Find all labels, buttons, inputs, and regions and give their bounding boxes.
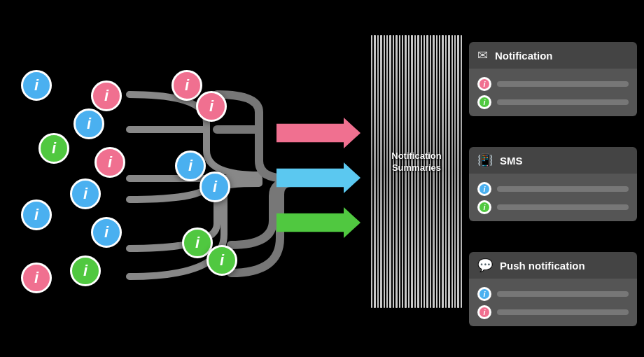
panel-dot-green: i <box>477 200 491 214</box>
mail-icon: ✉ <box>477 48 488 63</box>
fan-line <box>377 35 379 308</box>
panel-sms-title: SMS <box>500 155 523 167</box>
notification-summaries-label: Notification Summaries <box>382 150 451 174</box>
panel-push-header: 💬 Push notification <box>469 252 637 279</box>
panel-push-body: i i <box>469 279 637 326</box>
circle-blue-5: i <box>91 217 122 248</box>
fan-line <box>454 35 456 308</box>
panel-sms-header: 📳 SMS <box>469 147 637 174</box>
panel-dot-pink: i <box>477 305 491 319</box>
arrow-pink <box>276 118 360 148</box>
fan-line <box>371 35 372 308</box>
fan-line <box>461 35 462 308</box>
arrow-blue <box>276 162 360 193</box>
chat-icon: 💬 <box>477 258 493 273</box>
panel-line <box>497 81 629 87</box>
circle-blue-2: i <box>21 200 52 230</box>
arrow-green <box>276 207 360 238</box>
circle-blue-3: i <box>74 108 104 139</box>
panel-sms-body: i i <box>469 174 637 221</box>
panel-push-row-2: i <box>477 305 629 319</box>
panel-sms-row-2: i <box>477 200 629 214</box>
fan-line <box>374 35 375 308</box>
panel-line <box>497 186 629 192</box>
circle-green-2: i <box>70 255 101 286</box>
panel-notification-row-1: i <box>477 77 629 91</box>
panel-notification-body: i i <box>469 69 637 116</box>
panel-push-title: Push notification <box>500 260 585 272</box>
panel-notification: ✉ Notification i i <box>469 42 637 116</box>
panel-sms: 📳 SMS i i <box>469 147 637 221</box>
panel-line <box>497 291 629 297</box>
panel-push-row-1: i <box>477 287 629 301</box>
panel-dot-pink: i <box>477 77 491 91</box>
main-canvas: i i i i i i i i i i i i i i i i <box>0 0 644 357</box>
circle-green-1: i <box>38 133 69 164</box>
panel-sms-row-1: i <box>477 182 629 196</box>
vibrate-icon: 📳 <box>477 153 493 168</box>
circle-pink-4: i <box>172 70 202 101</box>
circle-blue-4: i <box>70 178 101 209</box>
panel-line <box>497 309 629 315</box>
panel-line <box>497 204 629 210</box>
circle-blue-7: i <box>200 172 230 202</box>
circle-pink-5: i <box>196 91 227 122</box>
circle-blue-1: i <box>21 70 52 101</box>
circle-blue-6: i <box>175 150 206 181</box>
circle-green-4: i <box>206 245 237 276</box>
circle-pink-2: i <box>91 80 122 111</box>
circle-pink-1: i <box>21 262 52 293</box>
panel-dot-blue: i <box>477 182 491 196</box>
panel-dot-blue: i <box>477 287 491 301</box>
panel-dot-green: i <box>477 95 491 109</box>
panel-line <box>497 99 629 105</box>
circle-pink-3: i <box>94 147 125 178</box>
panel-notification-row-2: i <box>477 95 629 109</box>
panel-notification-title: Notification <box>495 50 553 62</box>
panel-push-notification: 💬 Push notification i i <box>469 252 637 326</box>
panel-notification-header: ✉ Notification <box>469 42 637 69</box>
fan-line <box>457 35 458 308</box>
